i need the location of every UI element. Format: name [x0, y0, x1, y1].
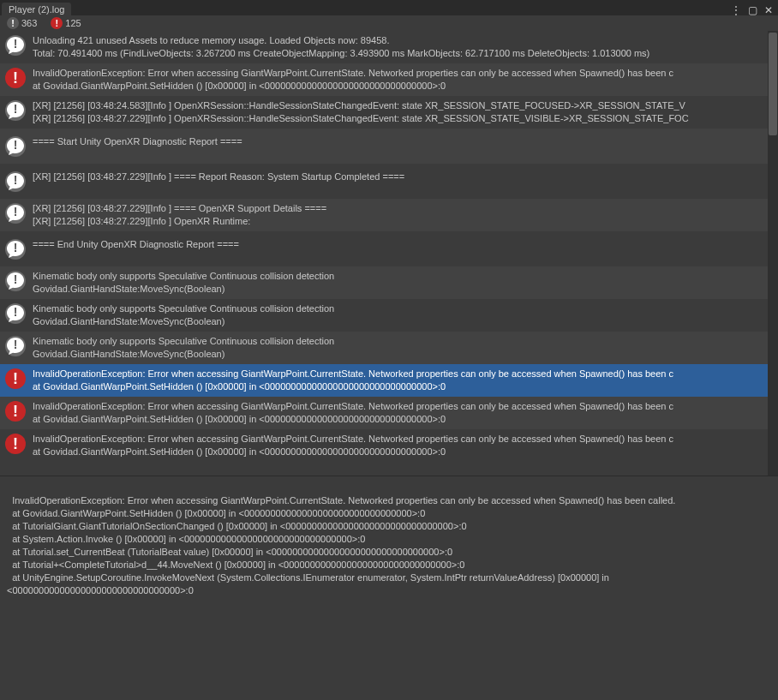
log-line-1: [XR] [21256] [03:48:27.229][Info ] ==== … — [33, 202, 326, 215]
log-line-2: Govidad.GiantHandState:MoveSync(Boolean) — [33, 315, 334, 328]
log-row[interactable]: !Unloading 421 unused Assets to reduce m… — [0, 31, 778, 63]
log-line-1: [XR] [21256] [03:48:24.583][Info ] OpenX… — [33, 99, 689, 112]
close-icon[interactable]: ✕ — [764, 5, 773, 15]
window-controls: ⋮ ▢ ✕ — [731, 5, 778, 15]
log-line-2: Total: 70.491400 ms (FindLiveObjects: 3.… — [33, 47, 649, 60]
log-line-2: at Govidad.GiantWarpPoint.SetHidden () [… — [33, 446, 673, 458]
scrollbar[interactable] — [768, 31, 778, 476]
log-line-1: InvalidOperationException: Error when ac… — [33, 433, 673, 446]
svg-text:!: ! — [14, 102, 18, 116]
error-icon: ! — [5, 401, 26, 422]
info-icon: ! — [5, 136, 26, 157]
info-icon: ! — [5, 203, 26, 224]
log-line-2: [XR] [21256] [03:48:27.229][Info ] OpenX… — [33, 215, 326, 228]
svg-text:!: ! — [14, 241, 18, 254]
log-text: InvalidOperationException: Error when ac… — [33, 67, 673, 93]
info-count-label: 363 — [21, 18, 37, 28]
window-tabbar: Player (2).log ⋮ ▢ ✕ — [0, 0, 778, 15]
log-line-1: ==== End Unity OpenXR Diagnostic Report … — [33, 238, 239, 251]
log-text: [XR] [21256] [03:48:27.229][Info ] ==== … — [33, 171, 404, 183]
tab-player-log[interactable]: Player (2).log — [2, 3, 71, 15]
tab-label: Player (2).log — [9, 4, 64, 15]
log-line-2: Govidad.GiantHandState:MoveSync(Boolean) — [33, 348, 334, 361]
svg-text:!: ! — [14, 338, 18, 351]
error-icon: ! — [5, 434, 26, 454]
log-text: InvalidOperationException: Error when ac… — [33, 368, 673, 393]
svg-text:!: ! — [14, 205, 18, 218]
log-row[interactable]: ![XR] [21256] [03:48:27.229][Info ] ====… — [0, 164, 778, 199]
info-icon: ! — [5, 100, 26, 121]
log-row[interactable]: !Kinematic body only supports Speculativ… — [0, 266, 778, 299]
log-line-1: InvalidOperationException: Error when ac… — [33, 368, 673, 380]
log-line-1: InvalidOperationException: Error when ac… — [33, 67, 673, 80]
log-count-bar: ! 363 ! 125 — [0, 15, 778, 31]
info-count-icon: ! — [7, 17, 19, 29]
error-count-button[interactable]: ! 125 — [44, 15, 87, 31]
detail-text: InvalidOperationException: Error when ac… — [7, 495, 675, 595]
svg-text:!: ! — [14, 138, 18, 152]
log-line-1: Unloading 421 unused Assets to reduce me… — [33, 34, 649, 47]
log-row[interactable]: !==== Start Unity OpenXR Diagnostic Repo… — [0, 129, 778, 164]
maximize-icon[interactable]: ▢ — [748, 5, 757, 15]
error-count-icon: ! — [51, 17, 63, 29]
info-icon: ! — [5, 239, 26, 260]
log-row[interactable]: !Kinematic body only supports Speculativ… — [0, 332, 778, 364]
log-line-2: at Govidad.GiantWarpPoint.SetHidden () [… — [33, 413, 673, 426]
info-icon: ! — [5, 303, 26, 324]
log-line-2: at Govidad.GiantWarpPoint.SetHidden () [… — [33, 380, 673, 393]
log-row[interactable]: ![XR] [21256] [03:48:24.583][Info ] Open… — [0, 96, 778, 129]
log-text: [XR] [21256] [03:48:24.583][Info ] OpenX… — [33, 99, 689, 125]
log-row[interactable]: ![XR] [21256] [03:48:27.229][Info ] ====… — [0, 199, 778, 231]
log-line-1: Kinematic body only supports Speculative… — [33, 335, 334, 348]
info-icon: ! — [5, 271, 26, 291]
log-text: Kinematic body only supports Speculative… — [33, 270, 334, 296]
log-text: ==== Start Unity OpenXR Diagnostic Repor… — [33, 135, 242, 148]
log-row[interactable]: !InvalidOperationException: Error when a… — [0, 364, 778, 397]
log-row[interactable]: !InvalidOperationException: Error when a… — [0, 429, 778, 462]
svg-text:!: ! — [14, 37, 18, 51]
log-line-1: InvalidOperationException: Error when ac… — [33, 400, 673, 413]
log-line-2: at Govidad.GiantWarpPoint.SetHidden () [… — [33, 80, 673, 93]
log-row[interactable]: !==== End Unity OpenXR Diagnostic Report… — [0, 231, 778, 266]
error-count-label: 125 — [65, 18, 81, 28]
log-line-2: Govidad.GiantHandState:MoveSync(Boolean) — [33, 283, 334, 296]
log-text: Unloading 421 unused Assets to reduce me… — [33, 34, 649, 60]
log-text: InvalidOperationException: Error when ac… — [33, 433, 673, 458]
info-icon: ! — [5, 35, 26, 56]
info-count-button[interactable]: ! 363 — [0, 15, 44, 31]
log-row[interactable]: !InvalidOperationException: Error when a… — [0, 397, 778, 429]
detail-pane: InvalidOperationException: Error when ac… — [0, 476, 778, 700]
log-row[interactable]: !Kinematic body only supports Speculativ… — [0, 299, 778, 332]
log-line-1: [XR] [21256] [03:48:27.229][Info ] ==== … — [33, 171, 404, 183]
log-text: ==== End Unity OpenXR Diagnostic Report … — [33, 238, 239, 251]
log-line-1: ==== Start Unity OpenXR Diagnostic Repor… — [33, 135, 242, 148]
log-text: InvalidOperationException: Error when ac… — [33, 400, 673, 426]
info-icon: ! — [5, 171, 26, 192]
log-line-1: Kinematic body only supports Speculative… — [33, 270, 334, 283]
log-text: Kinematic body only supports Speculative… — [33, 335, 334, 361]
log-line-2: [XR] [21256] [03:48:27.229][Info ] OpenX… — [33, 112, 689, 125]
svg-text:!: ! — [14, 305, 18, 319]
log-text: [XR] [21256] [03:48:27.229][Info ] ==== … — [33, 202, 326, 228]
log-list: !Unloading 421 unused Assets to reduce m… — [0, 31, 778, 476]
svg-text:!: ! — [14, 272, 18, 286]
scroll-thumb[interactable] — [769, 33, 777, 135]
svg-text:!: ! — [14, 173, 18, 187]
window-menu-icon[interactable]: ⋮ — [731, 5, 741, 15]
log-line-1: Kinematic body only supports Speculative… — [33, 302, 334, 315]
error-icon: ! — [5, 68, 26, 88]
log-row[interactable]: !InvalidOperationException: Error when a… — [0, 63, 778, 96]
info-icon: ! — [5, 336, 26, 356]
error-icon: ! — [5, 368, 26, 389]
log-text: Kinematic body only supports Speculative… — [33, 302, 334, 328]
